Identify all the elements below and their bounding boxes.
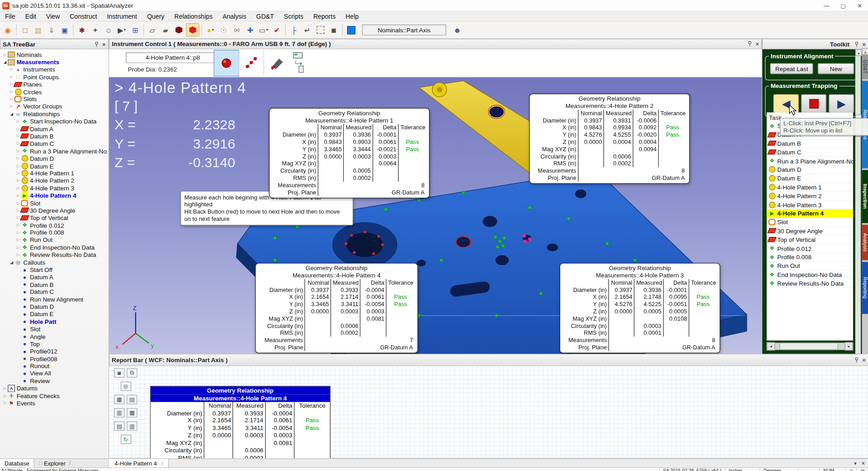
side-tab-inspection[interactable]: Inspection — [862, 170, 868, 223]
run-steps-icon[interactable]: ▶▾ — [116, 24, 128, 36]
table-grid-icon[interactable]: ▦ — [127, 408, 137, 417]
table-layout-icon[interactable]: ▦ — [114, 394, 124, 404]
scroll-left-icon[interactable]: ◂ — [767, 342, 775, 350]
tree-item-profile-0-008[interactable]: ▷❖Profile 0.008 — [0, 229, 108, 236]
table-compact-icon[interactable]: ▤ — [114, 421, 124, 431]
side-tab-gd-t[interactable]: GD&T — [862, 55, 868, 79]
menu-query[interactable]: Query — [142, 13, 169, 20]
expand-icon[interactable]: ▷ — [9, 104, 14, 109]
tree-item-hole-patt[interactable]: ●Hole Patt — [0, 318, 108, 325]
menu-gd-t[interactable]: GD&T — [251, 13, 279, 20]
copy-report-icon[interactable]: ⧉ — [127, 368, 137, 378]
point-icon[interactable]: ●▾ — [204, 24, 217, 36]
save-icon[interactable]: ▣ — [59, 24, 71, 36]
expand-icon[interactable]: ▷ — [15, 149, 21, 154]
tree-item-view-all[interactable]: ●View All — [0, 370, 108, 377]
tree-item-review[interactable]: ●Review — [0, 377, 108, 384]
tree-item-callouts[interactable]: ◢◎Callouts — [0, 259, 108, 266]
table-full-icon[interactable]: ▥ — [127, 421, 137, 431]
expand-icon[interactable]: ▷ — [15, 171, 21, 176]
close-panel-icon[interactable]: × — [756, 41, 759, 47]
task-item-top-of-vertical[interactable]: Top of Vertical — [767, 236, 853, 244]
expand-icon[interactable]: ▷ — [15, 164, 21, 168]
import-icon[interactable]: ⇓ — [46, 24, 58, 36]
menu-view[interactable]: View — [41, 13, 65, 20]
tree-item-datum-b[interactable]: ●Datum B — [0, 281, 108, 288]
close-button[interactable]: ✕ — [852, 0, 868, 11]
zoom-report-icon[interactable]: ◎ — [120, 381, 131, 391]
tree-item-relationships[interactable]: ◢∞Relationships — [0, 110, 108, 118]
measure-points-button[interactable] — [239, 50, 264, 75]
help-icon[interactable]: ◉ — [2, 24, 14, 36]
scroll-up-icon[interactable]: ▴ — [855, 49, 862, 56]
collapse-icon[interactable]: ◢ — [2, 60, 8, 64]
menu-instrument[interactable]: Instrument — [102, 13, 142, 20]
tree-item-datum-d[interactable]: ▷Datum D — [0, 155, 108, 162]
toolkit-vertical-scrollbar[interactable]: ▴ ≡ — [855, 49, 861, 354]
task-item-profile-0-008[interactable]: ❖Profile 0.008 — [767, 253, 853, 261]
close-panel-icon[interactable]: × — [102, 41, 106, 47]
open-folder-icon[interactable]: ▤ — [32, 24, 45, 36]
graphics-viewport[interactable]: Z x y > 4-Hole Pattern 4 [ 7 ] X =2.2328… — [109, 77, 761, 354]
tree-view-icon[interactable]: ├ — [288, 24, 300, 36]
tree-item-datum-a[interactable]: ●Datum A — [0, 273, 108, 281]
tree-item-review-results-no-data[interactable]: ▷❖Review Results-No Data — [0, 251, 108, 258]
tree-item-top[interactable]: ●Top — [0, 340, 108, 348]
collapse-icon[interactable]: ◢ — [9, 260, 14, 265]
expand-icon[interactable]: ▷ — [15, 245, 21, 250]
tree-item-profile008[interactable]: ●Profile008 — [0, 355, 108, 362]
tree-item-top-of-vertical[interactable]: ▷Top of Vertical — [0, 214, 108, 221]
tree-item-slot[interactable]: ●Slot — [0, 325, 108, 333]
tab-scroll-up-icon[interactable]: ▴ — [862, 48, 868, 55]
tab-explorer[interactable]: ∷Explorer/ — [34, 459, 75, 467]
close-panel-icon[interactable]: × — [862, 357, 866, 363]
snapshot-icon[interactable]: ◙ — [114, 368, 124, 378]
task-horizontal-scrollbar[interactable]: ◂ ▸ — [767, 343, 853, 350]
task-item-30-degree-angle[interactable]: 30 Degree Angle — [767, 227, 853, 236]
trap-stop-button[interactable] — [801, 94, 827, 113]
tree-item-slot[interactable]: ▷Slot — [0, 199, 108, 206]
table-columns-icon[interactable]: ▥ — [114, 408, 124, 417]
tree-item-4-hole-pattern-1[interactable]: ▷4-Hole Pattern 1 — [0, 169, 108, 177]
tree-item-4-hole-pattern-2[interactable]: ▷4-Hole Pattern 2 — [0, 177, 108, 184]
task-item-slot[interactable]: Slot — [767, 218, 853, 227]
hexagon-dark-icon[interactable] — [173, 24, 185, 36]
tab-database[interactable]: Database — [0, 459, 34, 467]
menu-edit[interactable]: Edit — [20, 13, 41, 20]
new-alignment-button[interactable]: New — [818, 63, 854, 74]
trap-forward-button[interactable]: ▶ — [829, 94, 854, 113]
check-icon[interactable]: ✔ — [271, 24, 283, 36]
tree-item-datum-b[interactable]: ▷Datum B — [0, 133, 108, 140]
tree-item-run-out[interactable]: ▷❖Run Out — [0, 236, 108, 244]
expand-icon[interactable]: ▷ — [9, 75, 14, 79]
expand-icon[interactable]: ▷ — [15, 179, 21, 183]
task-item-4-hole-pattern-3[interactable]: 4-Hole Pattern 3 — [767, 200, 853, 209]
tree-item-datum-c[interactable]: ▷Datum C — [0, 140, 108, 147]
scroll-thumb[interactable] — [780, 343, 838, 350]
probe-scan-button[interactable] — [264, 50, 289, 75]
expand-icon[interactable]: ▷ — [9, 67, 14, 72]
expand-icon[interactable]: ▷ — [15, 230, 21, 235]
tree-item-run-new-alignment[interactable]: ●Run New Alignment — [0, 296, 108, 303]
expand-icon[interactable]: ▷ — [2, 386, 8, 391]
expand-icon[interactable]: ▷ — [15, 193, 21, 198]
tree-item-datum-e[interactable]: ▷Datum E — [0, 162, 108, 169]
tree-item-end-inspection-no-data[interactable]: ▷❖End Inspection-No Data — [0, 244, 108, 251]
tree-item-planes[interactable]: ▷Planes — [0, 81, 108, 88]
collapse-icon[interactable]: ◢ — [9, 112, 14, 116]
menu-analysis[interactable]: Analysis — [218, 13, 251, 20]
expand-icon[interactable]: ▷ — [9, 89, 14, 94]
expand-icon[interactable]: ▷ — [15, 253, 21, 257]
menu-relationships[interactable]: Relationships — [169, 13, 218, 20]
tree-item-circles[interactable]: ▷Circles — [0, 88, 108, 95]
hexagon-red-icon[interactable] — [186, 23, 199, 36]
add-instrument-icon[interactable]: ☺ — [102, 24, 115, 36]
selection-box-icon[interactable] — [314, 24, 327, 36]
expand-icon[interactable]: ▷ — [15, 201, 21, 205]
expand-icon[interactable]: ▷ — [9, 97, 14, 102]
repeat-last-button[interactable]: Repeat Last — [770, 63, 813, 74]
function-icon[interactable]: (x) — [231, 24, 243, 36]
blue-square-icon[interactable] — [345, 24, 357, 36]
expand-icon[interactable]: ▷ — [15, 119, 21, 124]
task-item-datum-c[interactable]: Datum C — [767, 148, 853, 157]
